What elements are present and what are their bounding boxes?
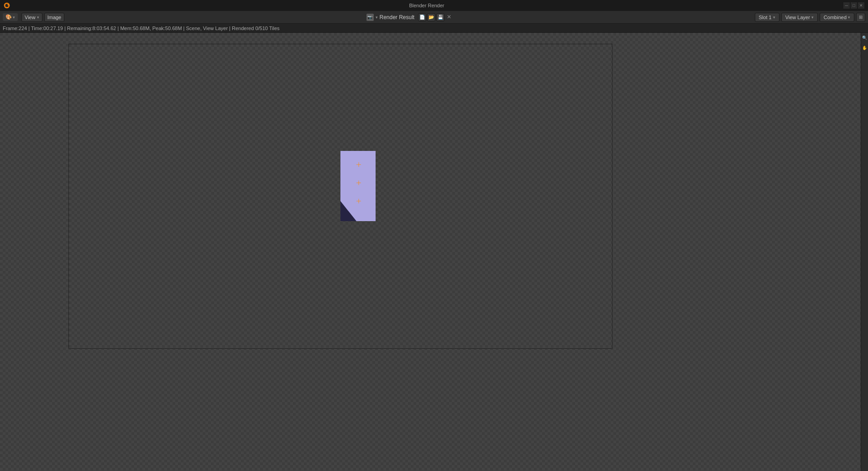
render-viewport[interactable] [0, 33, 861, 471]
render-canvas [0, 33, 861, 471]
render-result-selector[interactable]: 📷 ▾ [366, 14, 378, 21]
search-panel-button[interactable]: 🔍 [862, 35, 868, 41]
render-result-label: Render Result [380, 14, 415, 21]
view-menu[interactable]: View ▾ [21, 13, 42, 22]
titlebar: Blender Render ─ □ ✕ [0, 0, 868, 11]
minimize-button[interactable]: ─ [843, 2, 850, 9]
hand-tool-icon: ✋ [862, 46, 867, 50]
svg-rect-5 [340, 151, 376, 221]
editor-type-selector[interactable]: 🎨 ▾ [3, 13, 18, 21]
render-object [340, 151, 376, 221]
hand-tool-button[interactable]: ✋ [862, 45, 868, 51]
slot-label: Slot 1 [759, 15, 772, 20]
status-text: Frame:224 | Time:00:27.19 | Remaining:8:… [3, 26, 280, 31]
save-icon: 💾 [438, 15, 443, 20]
image-menu[interactable]: Image [44, 13, 65, 22]
zoom-fit-button[interactable]: ⊞ [856, 13, 865, 22]
view-layer-selector[interactable]: View Layer ▾ [781, 13, 818, 22]
maximize-button[interactable]: □ [851, 2, 857, 9]
app-logo [4, 2, 10, 9]
toolbar: 🎨 ▾ View ▾ Image 📷 ▾ Render Result 📄 📂 💾 [0, 11, 868, 24]
view-layer-label: View Layer [785, 15, 810, 20]
rendered-image-area [68, 44, 612, 349]
close-render-button[interactable]: ✕ [445, 13, 453, 21]
slot-selector[interactable]: Slot 1 ▾ [755, 13, 779, 22]
statusbar: Frame:224 | Time:00:27.19 | Remaining:8:… [0, 24, 868, 33]
combined-selector[interactable]: Combined ▾ [820, 13, 854, 22]
view-chevron-icon: ▾ [37, 15, 39, 20]
svg-point-2 [7, 4, 9, 5]
search-panel-icon: 🔍 [862, 36, 867, 40]
folder-icon: 📂 [429, 15, 434, 20]
new-icon: 📄 [419, 15, 425, 20]
combined-label: Combined [824, 15, 847, 20]
window-title: Blender Render [10, 3, 843, 8]
new-render-button[interactable]: 📄 [418, 13, 426, 21]
close-button[interactable]: ✕ [858, 2, 864, 9]
open-render-button[interactable]: 📂 [427, 13, 435, 21]
close-icon: ✕ [447, 14, 451, 20]
image-menu-label: Image [47, 15, 62, 20]
window-controls: ─ □ ✕ [843, 2, 864, 9]
editor-type-chevron: ▾ [13, 15, 15, 20]
view-menu-label: View [25, 15, 36, 20]
combined-chevron-icon: ▾ [848, 15, 850, 20]
render-object-svg [340, 151, 376, 221]
editor-type-icon: 🎨 [5, 14, 12, 20]
right-panel: 🔍 ✋ [861, 33, 868, 471]
save-render-button[interactable]: 💾 [436, 13, 444, 21]
zoom-fit-icon: ⊞ [859, 15, 863, 20]
render-result-chevron: ▾ [376, 15, 378, 20]
view-layer-chevron-icon: ▾ [811, 15, 814, 20]
slot-chevron-icon: ▾ [773, 15, 775, 20]
render-result-icon: 📷 [366, 14, 374, 21]
right-toolbar: Slot 1 ▾ View Layer ▾ Combined ▾ ⊞ [755, 13, 866, 22]
